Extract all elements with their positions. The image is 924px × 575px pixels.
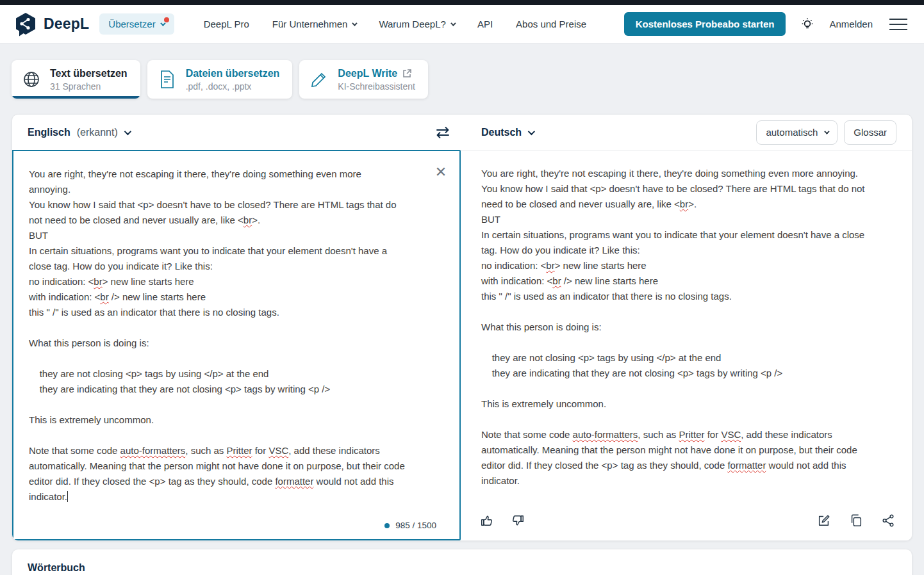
formality-select[interactable]: automatisch [756, 120, 837, 145]
nav-item-label: Für Unternehmen [272, 19, 348, 29]
translator-card: Englisch (erkannt) Deutsch automatisch [12, 114, 912, 541]
nav-item-deepl-pro[interactable]: DeepL Pro [204, 19, 249, 29]
source-text[interactable]: You are right, they're not escaping it t… [13, 151, 441, 541]
target-language-selector[interactable]: Deutsch [481, 127, 533, 138]
tab-text-uebersetzen[interactable]: Text übersetzen 31 Sprachen [12, 60, 140, 99]
tab-title: DeepL Write [338, 68, 397, 79]
chevron-down-icon [824, 129, 829, 134]
target-footer [461, 507, 912, 540]
target-text: You are right, they're not escaping it t… [461, 150, 891, 533]
nav-item-fuer-unternehmen[interactable]: Für Unternehmen [272, 19, 356, 29]
char-count-value: 985 / 1500 [395, 521, 436, 530]
chevron-down-icon [352, 20, 358, 26]
document-icon [158, 70, 177, 89]
navbar-right: Kostenloses Probeabo starten Anmelden [624, 12, 910, 36]
chevron-down-icon [528, 127, 535, 134]
clear-source-icon[interactable]: ✕ [434, 165, 448, 179]
source-language-selector[interactable]: Englisch (erkannt) [28, 127, 129, 138]
browser-top-strip [0, 0, 924, 5]
tab-title: Text übersetzen [50, 68, 128, 79]
nav-item-warum-deepl[interactable]: Warum DeepL? [379, 19, 454, 29]
tab-subtitle: KI-Schreibassistent [338, 81, 415, 92]
language-header: Englisch (erkannt) Deutsch automatisch [12, 115, 912, 150]
detected-note: (erkannt) [77, 127, 118, 138]
source-language-label: Englisch [28, 127, 70, 138]
hamburger-menu-icon[interactable] [887, 16, 910, 33]
copy-icon[interactable] [849, 514, 863, 528]
tab-subtitle: 31 Sprachen [50, 81, 128, 92]
edit-translation-icon[interactable] [817, 514, 831, 528]
formality-label: automatisch [766, 127, 818, 138]
main-nav: DeepL Pro Für Unternehmen Warum DeepL? A… [204, 19, 586, 29]
source-text-area[interactable]: You are right, they're not escaping it t… [12, 150, 461, 540]
login-link[interactable]: Anmelden [829, 19, 873, 29]
deepl-logo[interactable]: DeepL [14, 12, 89, 36]
thumbs-up-icon[interactable] [480, 514, 494, 528]
chevron-down-icon [450, 20, 456, 26]
nav-item-label: Warum DeepL? [379, 19, 446, 29]
product-switcher-label: Übersetzer [108, 19, 155, 29]
tab-subtitle: .pdf, .docx, .pptx [186, 81, 280, 92]
tab-dateien-uebersetzen[interactable]: Dateien übersetzen .pdf, .docx, .pptx [147, 60, 293, 99]
feature-tabs: Text übersetzen 31 Sprachen Dateien über… [12, 60, 912, 99]
pencil-icon [309, 70, 329, 89]
deepl-logo-text: DeepL [44, 15, 89, 33]
free-trial-button[interactable]: Kostenloses Probeabo starten [624, 12, 786, 36]
nav-item-label: DeepL Pro [204, 19, 249, 29]
lightbulb-icon[interactable] [800, 17, 815, 32]
nav-item-label: Abos und Preise [516, 19, 586, 29]
notification-dot [164, 17, 169, 22]
nav-item-abos-und-preise[interactable]: Abos und Preise [516, 19, 586, 29]
swap-languages-icon[interactable] [431, 122, 454, 143]
chevron-down-icon [124, 127, 131, 134]
nav-item-label: API [477, 19, 493, 29]
glossary-button[interactable]: Glossar [844, 120, 896, 145]
counter-dot-icon [384, 523, 390, 528]
target-language-label: Deutsch [481, 127, 522, 138]
nav-item-api[interactable]: API [477, 19, 493, 29]
tab-deepl-write[interactable]: DeepL Write KI-Schreibassistent [299, 60, 428, 99]
thumbs-down-icon[interactable] [511, 514, 525, 528]
dictionary-title: Wörterbuch [28, 562, 896, 574]
char-counter: 985 / 1500 [384, 521, 436, 530]
share-icon[interactable] [881, 514, 895, 528]
dictionary-card[interactable]: Wörterbuch [12, 549, 912, 575]
external-link-icon [402, 69, 412, 78]
globe-icon [22, 70, 41, 89]
tab-title: Dateien übersetzen [186, 68, 280, 79]
deepl-logo-icon [14, 12, 37, 36]
navbar: DeepL Übersetzer DeepL Pro Für Unternehm… [0, 5, 924, 44]
product-switcher-uebersetzer[interactable]: Übersetzer [99, 13, 174, 35]
target-text-area[interactable]: You are right, they're not escaping it t… [461, 150, 912, 540]
